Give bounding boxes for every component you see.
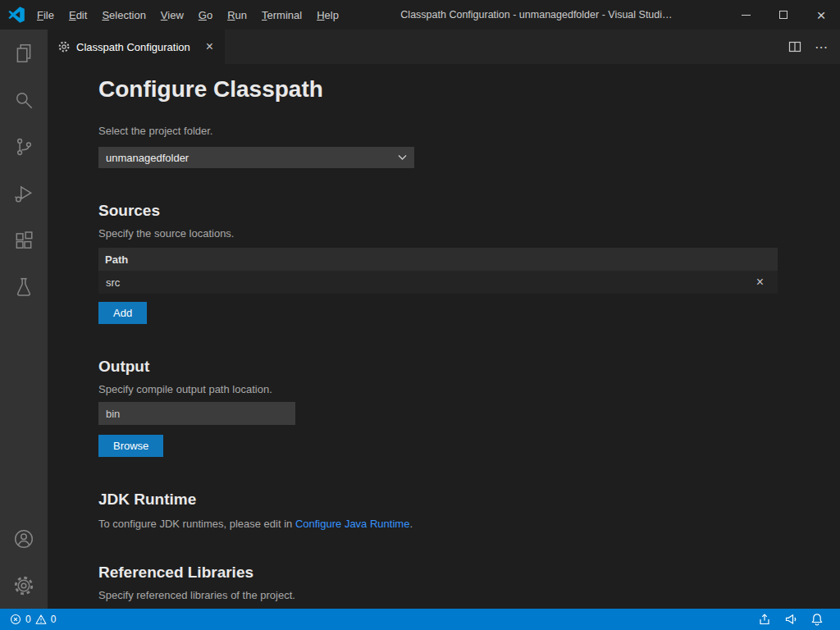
main-area: Classpath Configuration × ⋯ Configure Cl… [0,30,840,609]
more-actions-icon[interactable]: ⋯ [815,39,829,55]
settings-gear-icon [13,575,34,596]
vscode-logo-icon [8,7,25,23]
activity-explorer-button[interactable] [0,30,48,76]
editor-actions: ⋯ [788,30,840,64]
minimize-icon [742,15,751,16]
sources-heading: Sources [98,201,840,221]
sources-table: Path src × [98,248,778,294]
source-control-icon [13,136,34,158]
jdk-text-before: To configure JDK runtimes, please edit i… [98,518,295,530]
share-button[interactable] [751,609,778,630]
configure-java-runtime-link[interactable]: Configure Java Runtime [295,518,409,530]
extensions-icon [13,230,34,251]
warning-count: 0 [51,614,57,625]
close-window-button[interactable]: × [802,0,840,30]
status-bar: 0 0 [0,609,840,630]
classpath-tab-icon [57,40,71,53]
sources-table-header: Path [98,248,778,271]
feedback-button[interactable] [778,609,804,630]
explorer-icon [13,43,34,64]
source-path-value: src [106,276,120,289]
project-folder-selected-value: unmanagedfolder [106,152,189,164]
table-row[interactable]: src × [98,271,778,294]
menu-selection[interactable]: Selection [94,0,153,30]
share-icon [758,613,771,626]
window-controls: × [727,0,840,30]
split-editor-icon[interactable] [788,40,801,53]
account-icon [13,528,34,550]
classpath-configuration-page: Configure Classpath Select the project f… [48,64,840,609]
tabstrip-spacer [225,30,788,64]
jdk-text-after: . [409,518,413,530]
jdk-runtime-heading: JDK Runtime [98,490,840,509]
activity-source-control-button[interactable] [0,123,48,170]
menu-run[interactable]: Run [220,0,254,30]
run-and-debug-icon [13,183,34,204]
testing-beaker-icon [13,276,34,298]
window-title: Classpath Configuration - unmanagedfolde… [346,9,727,21]
sources-description: Specify the source locations. [98,227,840,240]
tab-close-icon[interactable]: × [203,39,217,54]
problems-indicator[interactable]: 0 0 [7,609,59,630]
activity-account-button[interactable] [0,515,48,562]
menu-help[interactable]: Help [309,0,346,30]
activity-run-debug-button[interactable] [0,170,48,217]
output-description: Specify compile output path location. [98,383,840,395]
notifications-button[interactable] [804,609,830,630]
activity-search-button[interactable] [0,76,48,123]
remove-source-icon[interactable]: × [754,276,766,289]
output-path-input[interactable] [98,402,295,425]
output-heading: Output [98,357,840,377]
menu-view[interactable]: View [153,0,191,30]
feedback-icon [784,613,797,626]
menu-edit[interactable]: Edit [62,0,94,30]
error-count: 0 [25,614,31,625]
menu-terminal[interactable]: Terminal [254,0,309,30]
menu-file[interactable]: File [30,0,62,30]
project-folder-label: Select the project folder. [98,125,840,137]
activity-extensions-button[interactable] [0,217,48,263]
close-icon: × [816,7,825,23]
tab-bar: Classpath Configuration × ⋯ [48,30,840,64]
editor-area: Classpath Configuration × ⋯ Configure Cl… [48,30,840,609]
notifications-bell-icon [810,613,824,626]
menu-go[interactable]: Go [191,0,220,30]
activity-bar [0,30,48,609]
referenced-libraries-description: Specify referenced libraries of the proj… [98,589,840,601]
chevron-down-icon [398,154,407,161]
referenced-libraries-heading: Referenced Libraries [98,563,840,582]
page-title: Configure Classpath [98,75,840,103]
minimize-button[interactable] [727,0,765,30]
activity-testing-button[interactable] [0,263,48,310]
menu-bar: File Edit Selection View Go Run Terminal… [30,0,346,30]
title-bar: File Edit Selection View Go Run Terminal… [0,0,840,30]
add-source-button[interactable]: Add [98,302,147,324]
maximize-button[interactable] [765,0,802,30]
tab-label: Classpath Configuration [76,41,190,53]
errors-icon [10,614,21,625]
search-icon [13,89,34,111]
project-folder-dropdown[interactable]: unmanagedfolder [98,147,414,168]
jdk-runtime-text: To configure JDK runtimes, please edit i… [98,518,840,530]
browse-button[interactable]: Browse [98,435,163,457]
statusbar-left: 0 0 [7,609,59,630]
statusbar-right [751,609,830,630]
activity-settings-button[interactable] [0,562,48,609]
maximize-icon [779,11,788,19]
warnings-icon [35,614,47,625]
tab-classpath-configuration[interactable]: Classpath Configuration × [48,30,225,64]
